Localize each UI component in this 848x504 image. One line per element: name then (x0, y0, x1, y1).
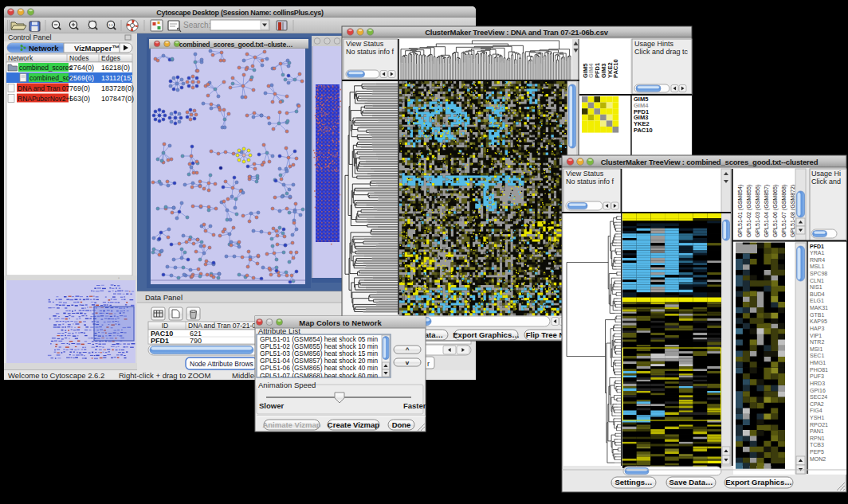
svg-text:Attribute List: Attribute List (258, 326, 300, 335)
svg-text:SPC98: SPC98 (810, 271, 827, 276)
svg-text:1:1: 1:1 (108, 23, 114, 27)
svg-text:2569(6): 2569(6) (69, 74, 94, 82)
svg-text:Settings…: Settings… (615, 478, 653, 486)
svg-text:GPI16: GPI16 (810, 388, 826, 393)
svg-text:PFD1: PFD1 (810, 244, 824, 249)
svg-text:2764(0): 2764(0) (69, 64, 94, 72)
svg-text:Middle-: Middle- (232, 371, 257, 380)
svg-text:CLN1: CLN1 (810, 278, 824, 283)
svg-text:GTB1: GTB1 (810, 312, 824, 318)
svg-text:MAK31: MAK31 (810, 305, 828, 311)
svg-text:Right-click + drag to ZOOM: Right-click + drag to ZOOM (119, 371, 210, 380)
svg-text:107847(0): 107847(0) (101, 95, 134, 103)
svg-text:Map Colors to Network: Map Colors to Network (299, 318, 382, 327)
svg-text:MSI1: MSI1 (810, 346, 822, 352)
svg-text:Welcome to Cytoscape 2.6.2: Welcome to Cytoscape 2.6.2 (8, 371, 104, 380)
svg-text:HRD3: HRD3 (810, 381, 825, 386)
svg-text:Faster: Faster (403, 401, 426, 410)
svg-text:PFD1: PFD1 (151, 337, 169, 345)
svg-text:Click and drag tc: Click and drag tc (634, 48, 689, 56)
svg-text:PUF3: PUF3 (810, 373, 824, 379)
svg-text:Cytoscape Desktop (Session Nam: Cytoscape Desktop (Session Name: collins… (156, 9, 324, 17)
svg-text:KAP95: KAP95 (810, 318, 827, 324)
svg-text:PEP5: PEP5 (810, 449, 824, 455)
svg-text:Export Graphics…: Export Graphics… (453, 330, 519, 339)
svg-text:FIG4: FIG4 (810, 408, 822, 413)
svg-text:790: 790 (190, 337, 202, 345)
svg-text:Create Vizmap: Create Vizmap (328, 420, 379, 429)
svg-text:combined_scores_good.txt--clus: combined_scores_good.txt--cluste… (179, 41, 293, 49)
svg-text:563(0): 563(0) (69, 95, 90, 103)
svg-text:NTR2: NTR2 (810, 339, 824, 345)
svg-text:Data Panel: Data Panel (145, 293, 183, 302)
svg-text:View Status: View Status (346, 40, 384, 48)
svg-text:Node Attribute Brows: Node Attribute Brows (190, 360, 253, 368)
svg-text:TCB3: TCB3 (810, 442, 824, 447)
svg-text:Network: Network (8, 54, 33, 62)
svg-text:ClusterMaker TreeView : combin: ClusterMaker TreeView : combined_scores_… (601, 158, 819, 166)
svg-text:ID: ID (162, 322, 169, 330)
svg-text:RNR4: RNR4 (810, 257, 825, 263)
svg-text:VizMapper™: VizMapper™ (74, 44, 120, 53)
svg-text:Nodes: Nodes (69, 54, 89, 62)
svg-text:HAP3: HAP3 (810, 326, 824, 331)
svg-text:combined_scores: combined_scores (19, 64, 73, 72)
svg-text:combined_sco: combined_sco (29, 74, 73, 82)
svg-text:GPL51-03 (GSM856): GPL51-03 (GSM856) (755, 185, 761, 237)
svg-text:GPL51-07 (GSM868): GPL51-07 (GSM868) (781, 185, 787, 237)
svg-text:DNA and Tran 07: DNA and Tran 07 (18, 84, 69, 92)
svg-text:PAC10: PAC10 (612, 59, 619, 78)
svg-text:Edges: Edges (101, 54, 120, 62)
svg-text:Animate Vizmap: Animate Vizmap (262, 420, 320, 429)
svg-text:HMG1: HMG1 (810, 360, 826, 365)
svg-text:Done: Done (392, 420, 411, 429)
svg-text:Network: Network (29, 44, 59, 53)
svg-text:NIS1: NIS1 (810, 284, 822, 290)
svg-text:Usage Hi: Usage Hi (811, 170, 841, 178)
svg-text:GPL51-01 (GSM854): GPL51-01 (GSM854) (737, 185, 744, 237)
svg-text:Animation Speed: Animation Speed (258, 381, 316, 389)
svg-text:v: v (406, 359, 410, 366)
svg-text:YSH1: YSH1 (810, 415, 824, 420)
svg-text:GPL51-02 (GSM855): GPL51-02 (GSM855) (746, 185, 752, 237)
svg-text:Click and: Click and (811, 178, 841, 186)
svg-text:769(0): 769(0) (69, 84, 90, 92)
svg-text:No status info f: No status info f (566, 178, 614, 186)
svg-text:SEC1: SEC1 (810, 353, 824, 358)
svg-text:PAC10: PAC10 (634, 127, 653, 134)
svg-text:Slower: Slower (259, 401, 284, 410)
svg-text:GPL51-04 (GSM857): GPL51-04 (GSM857) (764, 185, 770, 237)
svg-text:VIP1: VIP1 (810, 333, 822, 338)
svg-text:DNA and Tran 07-21-06b: DNA and Tran 07-21-06b (188, 322, 264, 330)
svg-text:Flip Tree N: Flip Tree N (526, 330, 565, 339)
svg-text:r: r (427, 360, 430, 368)
svg-text:ELG1: ELG1 (810, 298, 824, 303)
svg-text:GPL51-08 (GSM872): GPL51-08 (GSM872) (790, 185, 796, 237)
svg-text:Control Panel: Control Panel (8, 33, 52, 41)
svg-text:ClusterMaker TreeView : DNA an: ClusterMaker TreeView : DNA and Tran 07-… (425, 28, 609, 37)
svg-text:13112(15): 13112(15) (101, 74, 133, 82)
svg-text:◦: ◦ (118, 275, 120, 280)
svg-text:Search:: Search: (183, 21, 210, 29)
svg-text:^: ^ (406, 346, 410, 354)
svg-text:RNAPuberNov2+l: RNAPuberNov2+l (18, 95, 71, 103)
svg-text:No status info f: No status info f (346, 48, 395, 56)
svg-text:PAN1: PAN1 (810, 428, 824, 434)
svg-text:GPL51-06 (GSM865): GPL51-06 (GSM865) (772, 185, 779, 237)
svg-text:MON2: MON2 (810, 456, 826, 462)
svg-text:Usage Hints: Usage Hints (634, 40, 674, 48)
svg-text:View Status: View Status (566, 170, 604, 178)
svg-text:Save Data…: Save Data… (669, 478, 713, 486)
svg-text:YRA1: YRA1 (810, 250, 824, 256)
svg-text:Export Graphics…: Export Graphics… (725, 478, 791, 486)
svg-text:183728(0): 183728(0) (101, 84, 134, 92)
svg-text:RPN1: RPN1 (810, 436, 825, 441)
svg-text:MSL1: MSL1 (810, 264, 824, 269)
svg-text:CPA2: CPA2 (810, 401, 824, 407)
svg-text:BUD4: BUD4 (810, 291, 825, 297)
svg-text:PHO81: PHO81 (810, 367, 828, 373)
svg-text:RPO21: RPO21 (810, 422, 828, 428)
svg-text:SEC24: SEC24 (810, 394, 827, 400)
svg-text:16218(0): 16218(0) (101, 64, 130, 72)
